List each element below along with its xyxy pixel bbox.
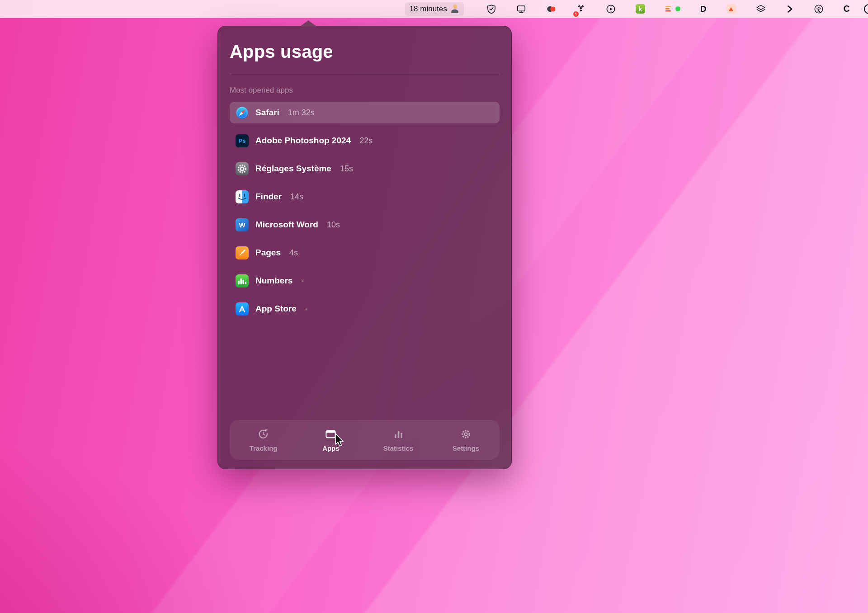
app-row-photoshop[interactable]: Ps Adobe Photoshop 2024 22s <box>230 130 500 151</box>
app-row-appstore[interactable]: App Store - <box>230 298 500 320</box>
finder-icon <box>236 190 249 203</box>
tab-label: Statistics <box>383 444 414 452</box>
section-label: Most opened apps <box>230 86 500 95</box>
layers-icon[interactable] <box>756 3 766 15</box>
app-name: Pages <box>255 248 281 258</box>
dropbox-icon[interactable]: 1 <box>576 3 586 15</box>
green-status-dot-icon[interactable] <box>675 6 680 11</box>
pages-icon <box>236 246 249 259</box>
shield-check-icon[interactable] <box>486 3 496 15</box>
page-title: Apps usage <box>230 42 500 62</box>
accessibility-icon[interactable] <box>814 3 824 15</box>
tracking-icon <box>257 428 269 442</box>
app-duration: - <box>305 304 308 314</box>
app-row-system-settings[interactable]: Réglages Système 15s <box>230 158 500 179</box>
color-list-icon[interactable] <box>665 5 672 13</box>
app-duration: 14s <box>290 192 303 202</box>
app-name: Réglages Système <box>255 164 331 174</box>
word-icon: W <box>236 218 249 231</box>
play-circle-icon[interactable] <box>606 3 616 15</box>
orange-app-icon[interactable] <box>726 3 736 15</box>
chevron-right-icon[interactable] <box>786 3 794 15</box>
display-icon[interactable] <box>516 3 526 15</box>
tab-statistics[interactable]: Statistics <box>365 428 432 452</box>
tab-apps[interactable]: Apps <box>297 428 364 452</box>
app-row-numbers[interactable]: Numbers - <box>230 270 500 292</box>
app-duration: 22s <box>359 136 373 146</box>
app-duration: 10s <box>327 220 340 230</box>
c-logo-glyph: C <box>844 4 850 14</box>
app-duration: - <box>301 276 304 286</box>
d-logo-glyph: D <box>700 4 707 14</box>
menu-bar-status-item[interactable]: 18 minutes <box>405 2 464 16</box>
app-duration: 4s <box>289 248 298 258</box>
tab-label: Tracking <box>250 444 278 452</box>
app-name: App Store <box>255 304 297 314</box>
app-name: Adobe Photoshop 2024 <box>255 136 351 146</box>
app-usage-list: Safari 1m 32s Ps Adobe Photoshop 2024 22… <box>230 102 500 320</box>
app-name: Microsoft Word <box>255 220 318 230</box>
divider <box>230 74 500 74</box>
app-duration: 15s <box>340 164 353 174</box>
app-row-word[interactable]: W Microsoft Word 10s <box>230 214 500 236</box>
tab-label: Settings <box>453 444 479 452</box>
statistics-icon <box>392 428 405 442</box>
app-name: Numbers <box>255 276 292 286</box>
status-cluster <box>665 3 680 15</box>
status-text: 18 minutes <box>410 5 447 14</box>
bottom-tab-bar: Tracking Apps Statistics <box>230 420 500 460</box>
dropbox-badge: 1 <box>573 11 579 17</box>
d-logo-icon[interactable]: D <box>700 3 707 15</box>
app-name: Safari <box>255 108 279 118</box>
photoshop-icon: Ps <box>236 134 249 147</box>
app-store-icon <box>236 302 249 316</box>
app-name: Finder <box>255 192 282 202</box>
technologist-emoji-icon <box>451 5 459 13</box>
apps-usage-popover: Apps usage Most opened apps Safari 1m 32… <box>217 26 512 469</box>
tab-settings[interactable]: Settings <box>432 428 500 452</box>
kdenlive-glyph: k <box>638 5 642 13</box>
c-logo-icon[interactable]: C <box>844 3 850 15</box>
mouse-cursor <box>335 433 346 450</box>
safari-icon <box>236 106 249 119</box>
menu-bar: 18 minutes 1 k <box>0 0 868 18</box>
app-row-finder[interactable]: Finder 14s <box>230 186 500 207</box>
numbers-icon <box>236 274 249 288</box>
app-row-safari[interactable]: Safari 1m 32s <box>230 102 500 123</box>
app-row-pages[interactable]: Pages 4s <box>230 242 500 264</box>
partial-right-edge-icon[interactable] <box>864 4 868 14</box>
tab-tracking[interactable]: Tracking <box>230 428 297 452</box>
kdenlive-icon[interactable]: k <box>636 3 645 15</box>
settings-gear-icon <box>460 428 472 442</box>
screen-record-icon[interactable] <box>546 3 556 15</box>
app-duration: 1m 32s <box>288 108 315 118</box>
system-settings-icon <box>236 162 249 175</box>
